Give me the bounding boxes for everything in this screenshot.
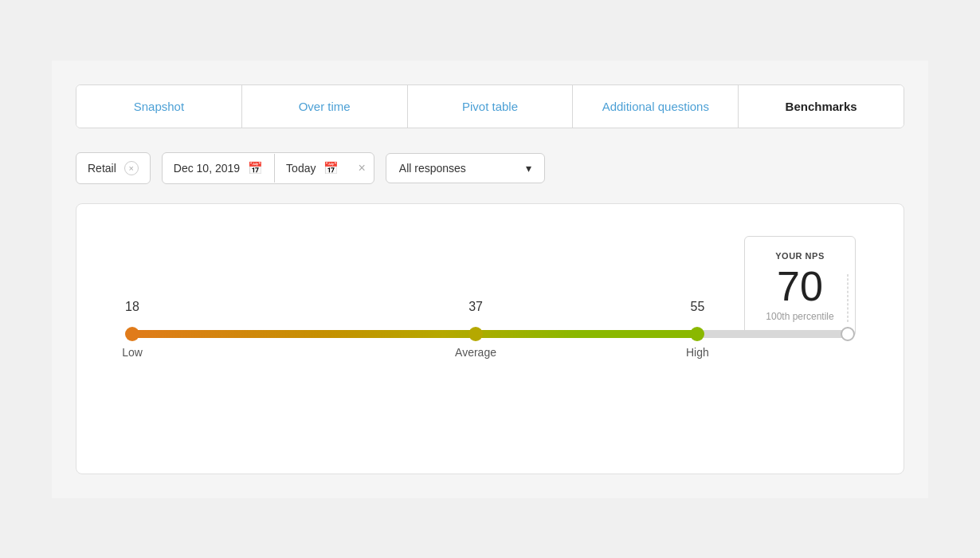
date-range-close-icon[interactable]: ×	[350, 161, 373, 175]
tab-snapshot[interactable]: Snapshot	[76, 85, 242, 128]
tab-over-time[interactable]: Over time	[242, 85, 408, 128]
responses-label: All responses	[399, 162, 466, 175]
tab-additional-questions[interactable]: Additional questions	[573, 85, 739, 128]
chevron-down-icon: ▾	[526, 162, 531, 175]
nps-your-nps-label: YOUR NPS	[764, 251, 836, 261]
nps-scale: 18 37 55	[116, 300, 864, 368]
date-to-picker[interactable]: Today 📅	[275, 153, 350, 183]
scale-label-low: Low	[122, 346, 143, 359]
slider-fill	[132, 330, 697, 338]
tab-benchmarks[interactable]: Benchmarks	[739, 85, 904, 128]
slider-dot-average	[468, 327, 483, 341]
slider-dot-your-nps	[841, 327, 855, 341]
scale-label-average: Average	[455, 346, 496, 359]
scale-value-average: 37	[468, 300, 483, 314]
segment-close-icon[interactable]: ×	[124, 161, 139, 175]
calendar-from-icon: 📅	[248, 161, 263, 175]
tab-pivot-table[interactable]: Pivot table	[408, 85, 574, 128]
nps-chart-container: YOUR NPS 70 100th percentile 18 37 55	[76, 203, 904, 474]
date-range-filter: Dec 10, 2019 📅 Today 📅 ×	[162, 152, 374, 184]
main-container: Snapshot Over time Pivot table Additiona…	[52, 61, 928, 498]
date-from-picker[interactable]: Dec 10, 2019 📅	[163, 153, 274, 183]
date-from-label: Dec 10, 2019	[174, 162, 240, 175]
nps-dashed-line	[848, 274, 849, 322]
date-to-label: Today	[286, 162, 316, 175]
scale-value-high: 55	[691, 300, 705, 314]
calendar-to-icon: 📅	[323, 161, 339, 175]
segment-label: Retail	[88, 162, 116, 175]
scale-label-high: High	[686, 346, 709, 359]
segment-filter[interactable]: Retail ×	[76, 152, 151, 184]
responses-dropdown[interactable]: All responses ▾	[386, 153, 545, 183]
scale-value-low: 18	[125, 300, 139, 314]
slider-dot-high	[690, 327, 704, 341]
slider-dot-low	[125, 327, 139, 341]
slider-track	[132, 330, 848, 338]
filters-row: Retail × Dec 10, 2019 📅 Today 📅 × All re…	[76, 152, 904, 184]
tabs-bar: Snapshot Over time Pivot table Additiona…	[76, 84, 904, 128]
